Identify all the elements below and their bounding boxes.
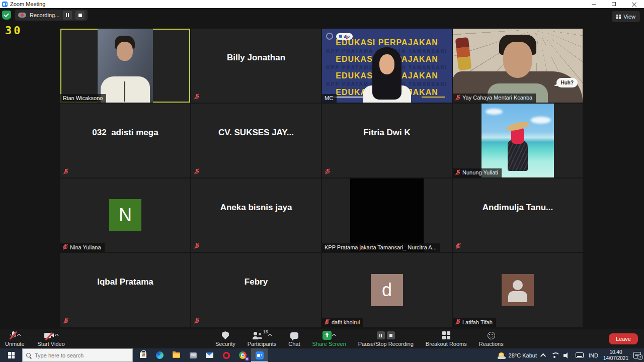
tile-iqbal-pratama[interactable]: Iqbal Pratama	[60, 253, 190, 327]
participant-name-label: Nina Yuliana	[60, 243, 105, 252]
tile-rian-wicaksono[interactable]: Rian Wicaksono	[60, 29, 190, 103]
tray-clock[interactable]: 10.40 14/07/2021	[603, 349, 628, 361]
tray-overflow-chevron-icon[interactable]	[540, 353, 546, 358]
tile-andimulja-tanu[interactable]: Andimulja Tanu...	[453, 178, 583, 252]
chevron-up-icon[interactable]: ^	[54, 333, 58, 338]
wifi-icon[interactable]	[551, 352, 558, 358]
store-icon	[140, 352, 146, 358]
taskbar-mail-button[interactable]	[201, 348, 218, 362]
mic-muted-icon	[10, 331, 17, 340]
start-button[interactable]	[0, 348, 22, 362]
taskbar-chrome-button[interactable]: B	[234, 348, 251, 362]
muted-mic-icon	[194, 318, 199, 324]
muted-mic-icon	[455, 95, 460, 101]
zoom-meeting-window: Zoom Meeting Recording... View 30	[0, 0, 644, 362]
participant-name-label: Nunung Yuliati	[453, 168, 502, 177]
windows-logo-icon	[8, 352, 15, 358]
unmute-button[interactable]: ^ Unmute	[5, 331, 25, 347]
search-input[interactable]	[35, 352, 125, 358]
taskbar-store-button[interactable]	[135, 348, 151, 362]
security-button[interactable]: Security	[215, 331, 235, 347]
tile-nunung-yuliati[interactable]: Nunung Yuliati	[453, 104, 583, 177]
taskbar-remote-app-button[interactable]	[185, 348, 201, 362]
pause-stop-recording-button[interactable]: Pause/Stop Recording	[358, 331, 414, 347]
pause-icon[interactable]	[377, 331, 385, 339]
tile-latifah-tifah[interactable]: Latifah Tifah	[453, 253, 583, 327]
participant-grid: Rian Wicaksono Billy Jonathan EDUKASI PE…	[60, 29, 583, 327]
participant-name-label: Rian Wicaksono	[60, 94, 106, 103]
shield-icon	[222, 331, 229, 339]
tile-adisti-mega[interactable]: 032_adisti mega	[60, 104, 190, 177]
stop-icon[interactable]	[387, 331, 395, 339]
view-button[interactable]: View	[612, 11, 640, 22]
taskbar-explorer-button[interactable]	[168, 348, 185, 362]
stop-recording-button[interactable]	[75, 11, 85, 20]
reactions-button[interactable]: Reactions	[479, 331, 504, 347]
participant-name-label: MC	[322, 94, 337, 103]
language-indicator[interactable]: IND	[589, 352, 598, 358]
tile-aneka-bisnis-jaya[interactable]: Aneka bisnis jaya	[191, 178, 321, 252]
touch-keyboard-icon[interactable]	[576, 352, 584, 358]
muted-mic-icon	[63, 318, 68, 324]
share-screen-button[interactable]: ^ Share Screen	[312, 331, 346, 347]
windows-taskbar: B 28°C Kabut IND 10.40 14/07/2021 7	[0, 348, 644, 362]
dark-video-feed	[350, 178, 424, 252]
tile-cv-sukses-jaya[interactable]: CV. SUKSES JAY...	[191, 104, 321, 177]
chevron-up-icon[interactable]: ^	[268, 333, 272, 338]
taskbar-zoom-button[interactable]	[251, 348, 268, 362]
participants-button[interactable]: 16 ^ Participants	[248, 331, 276, 347]
gallery-view-icon	[616, 15, 621, 19]
tile-billy-jonathan[interactable]: Billy Jonathan	[191, 29, 321, 103]
muted-mic-icon	[455, 169, 460, 176]
start-video-button[interactable]: ^ Start Video	[38, 331, 65, 347]
ministry-emblem-icon	[326, 33, 333, 40]
djp-logo: djp	[336, 33, 353, 40]
participant-name: Febry	[191, 277, 321, 287]
zoom-icon	[256, 351, 264, 359]
tile-kpp-pratama-nurcitra[interactable]: KPP Pratama jakarta Tamansari_ Nurcitra …	[322, 178, 452, 252]
tile-yay-cahaya[interactable]: Huh? Yay Cahaya Mentari Kcanba	[453, 29, 583, 103]
participant-name: 032_adisti mega	[60, 128, 190, 138]
taskbar-edge-button[interactable]	[151, 348, 168, 362]
tile-febry[interactable]: Febry	[191, 253, 321, 327]
rian-video-feed	[98, 29, 153, 103]
chevron-up-icon[interactable]: ^	[332, 333, 336, 338]
letter-avatar: d	[371, 274, 403, 306]
tile-nina-yuliana[interactable]: N Nina Yuliana	[60, 178, 190, 252]
tray-weather[interactable]: 28°C Kabut	[498, 351, 537, 359]
participants-count-badge: 16	[263, 329, 268, 334]
leave-button[interactable]: Leave	[609, 333, 638, 344]
muted-mic-icon	[194, 168, 199, 175]
participant-name-label: dafit khoirul	[322, 318, 363, 327]
muted-mic-icon	[194, 243, 199, 249]
maximize-button[interactable]	[604, 0, 624, 8]
taskbar-search[interactable]	[22, 348, 133, 362]
breakout-rooms-button[interactable]: Breakout Rooms	[426, 331, 467, 347]
tile-fitria-dwi-k[interactable]: Fitria Dwi K	[322, 104, 452, 177]
meeting-security-shield-icon[interactable]	[2, 11, 11, 20]
meeting-stage: Recording... View 30 Rian Wicaksono	[0, 8, 644, 348]
participant-name: CV. SUKSES JAY...	[191, 128, 321, 138]
pause-recording-button[interactable]	[63, 11, 72, 20]
chevron-up-icon[interactable]: ^	[17, 333, 21, 338]
recording-cloud-icon	[18, 13, 26, 18]
muted-mic-icon	[63, 168, 68, 175]
minimize-button[interactable]	[584, 0, 604, 8]
muted-mic-icon	[63, 244, 68, 250]
participant-name-label: Yay Cahaya Mentari Kcanba	[453, 94, 536, 103]
participant-name: Fitria Dwi K	[322, 128, 452, 138]
person-silhouette-avatar	[502, 274, 534, 306]
taskbar-opera-button[interactable]	[218, 348, 234, 362]
volume-icon[interactable]	[564, 352, 571, 358]
chat-button[interactable]: Chat	[288, 331, 300, 347]
comic-speech-bubble: Huh?	[556, 78, 578, 87]
participant-name-label: Latifah Tifah	[453, 318, 496, 327]
notification-count-badge: 7	[637, 354, 643, 360]
participant-name-label: KPP Pratama jakarta Tamansari_ Nurcitra …	[322, 243, 440, 252]
action-center-icon[interactable]: 7	[633, 352, 641, 358]
tile-mc[interactable]: EDUKASI PERPAJAKAN KPP PRATAMA JAKARTA T…	[322, 29, 452, 103]
chrome-profile-badge: B	[245, 357, 249, 361]
tile-dafit-khoirul[interactable]: d dafit khoirul	[322, 253, 452, 327]
close-button[interactable]	[624, 0, 644, 8]
window-title: Zoom Meeting	[10, 1, 45, 7]
